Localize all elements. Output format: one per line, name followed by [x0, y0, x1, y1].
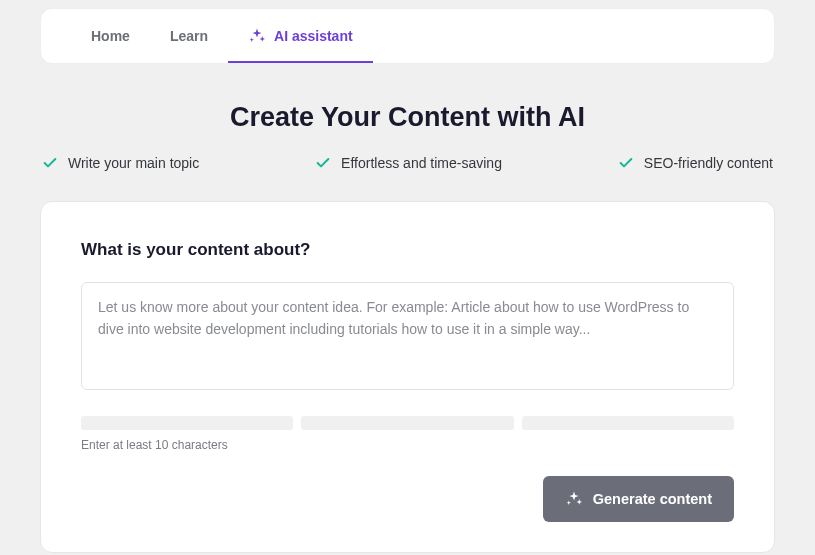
feature-text: Write your main topic: [68, 155, 199, 171]
prompt-label: What is your content about?: [81, 240, 734, 260]
content-form-card: What is your content about? Enter at lea…: [40, 201, 775, 553]
feature-text: SEO-friendly content: [644, 155, 773, 171]
skeleton-bar: [522, 416, 734, 430]
form-actions: Generate content: [81, 476, 734, 522]
feature-item: SEO-friendly content: [618, 155, 773, 171]
feature-item: Effortless and time-saving: [315, 155, 502, 171]
check-icon: [618, 155, 634, 171]
button-label: Generate content: [593, 491, 712, 507]
character-hint: Enter at least 10 characters: [81, 438, 734, 452]
content-idea-input[interactable]: [81, 282, 734, 390]
tab-label: AI assistant: [274, 28, 353, 44]
tab-home[interactable]: Home: [71, 10, 150, 62]
tab-ai-assistant[interactable]: AI assistant: [228, 9, 373, 63]
tab-bar: Home Learn AI assistant: [40, 8, 775, 64]
sparkles-icon: [248, 27, 266, 45]
tab-learn[interactable]: Learn: [150, 10, 228, 62]
skeleton-bar: [301, 416, 513, 430]
skeleton-bar: [81, 416, 293, 430]
sparkles-icon: [565, 490, 583, 508]
tab-label: Home: [91, 28, 130, 44]
feature-item: Write your main topic: [42, 155, 199, 171]
check-icon: [42, 155, 58, 171]
feature-text: Effortless and time-saving: [341, 155, 502, 171]
page-title: Create Your Content with AI: [40, 102, 775, 133]
check-icon: [315, 155, 331, 171]
feature-list: Write your main topic Effortless and tim…: [40, 155, 775, 171]
generate-content-button[interactable]: Generate content: [543, 476, 734, 522]
tab-label: Learn: [170, 28, 208, 44]
suggestion-placeholders: [81, 416, 734, 430]
